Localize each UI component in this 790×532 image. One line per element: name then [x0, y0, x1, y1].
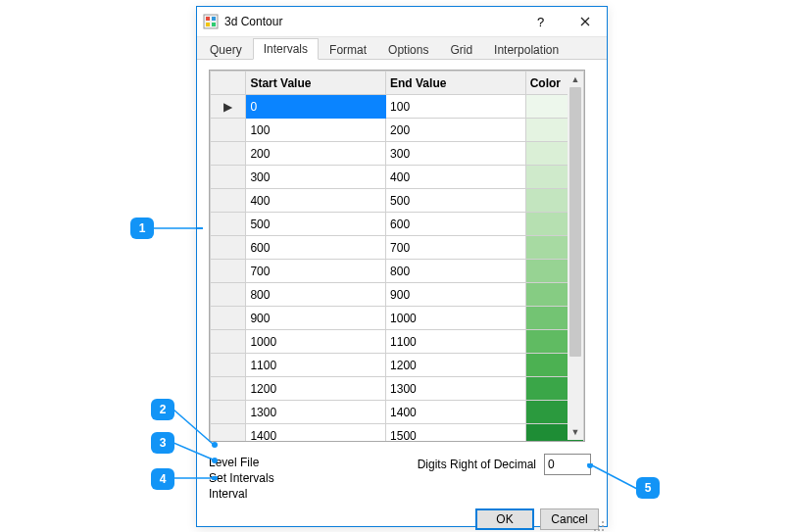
row-header[interactable] — [211, 401, 246, 424]
row-header[interactable] — [211, 189, 246, 213]
table-row[interactable]: 100200 — [211, 119, 584, 142]
svg-rect-2 — [212, 17, 216, 21]
row-header[interactable] — [211, 307, 246, 330]
intervals-grid[interactable]: Start ValueEnd ValueColor▶01001002002003… — [209, 70, 585, 442]
cell-start-value[interactable]: 700 — [246, 260, 386, 283]
row-header[interactable]: ▶ — [211, 95, 246, 119]
app-icon — [203, 14, 219, 29]
resize-grip-icon[interactable] — [593, 520, 605, 532]
cell-end-value[interactable]: 1200 — [386, 354, 526, 377]
interval-link[interactable]: Interval — [209, 487, 595, 501]
table-row[interactable]: ▶0100 — [211, 95, 584, 119]
help-button[interactable]: ? — [518, 7, 563, 36]
cell-end-value[interactable]: 600 — [386, 213, 526, 236]
tab-strip: QueryIntervalsFormatOptionsGridInterpola… — [197, 37, 607, 60]
grid-col-end-value[interactable]: End Value — [386, 72, 526, 95]
cell-start-value[interactable]: 400 — [246, 189, 386, 213]
cell-end-value[interactable]: 500 — [386, 189, 526, 213]
callout-3: 3 — [151, 432, 174, 454]
table-row[interactable]: 600700 — [211, 236, 584, 260]
table-row[interactable]: 500600 — [211, 213, 584, 236]
callout-1: 1 — [130, 218, 154, 239]
table-row[interactable]: 11001200 — [211, 354, 584, 377]
window-title: 3d Contour — [224, 15, 518, 28]
row-header[interactable] — [211, 354, 246, 377]
cell-start-value[interactable]: 200 — [246, 142, 386, 166]
cell-end-value[interactable]: 200 — [386, 119, 526, 142]
tab-options[interactable]: Options — [377, 39, 439, 60]
table-row[interactable]: 9001000 — [211, 307, 584, 330]
cell-start-value[interactable]: 800 — [246, 283, 386, 307]
tab-query[interactable]: Query — [199, 39, 253, 60]
cell-start-value[interactable]: 600 — [246, 236, 386, 260]
row-header[interactable] — [211, 142, 246, 166]
callout-5: 5 — [636, 477, 660, 499]
cell-end-value[interactable]: 1300 — [386, 377, 526, 401]
table-row[interactable]: 14001500 — [211, 424, 584, 442]
cell-start-value[interactable]: 0 — [246, 95, 386, 119]
cell-end-value[interactable]: 900 — [386, 283, 526, 307]
scroll-down-icon[interactable]: ▼ — [568, 424, 583, 440]
cell-end-value[interactable]: 1500 — [386, 424, 526, 442]
table-row[interactable]: 800900 — [211, 283, 584, 307]
row-header[interactable] — [211, 213, 246, 236]
tab-format[interactable]: Format — [319, 39, 377, 60]
cell-start-value[interactable]: 100 — [246, 119, 386, 142]
row-header[interactable] — [211, 119, 246, 142]
table-row[interactable]: 300400 — [211, 166, 584, 189]
table-row[interactable]: 200300 — [211, 142, 584, 166]
svg-rect-4 — [212, 23, 216, 26]
cancel-button[interactable]: Cancel — [540, 508, 599, 530]
scroll-up-icon[interactable]: ▲ — [568, 72, 583, 87]
row-header[interactable] — [211, 377, 246, 401]
table-row[interactable]: 700800 — [211, 260, 584, 283]
grid-corner — [211, 72, 246, 95]
title-bar: 3d Contour ? — [197, 7, 607, 37]
row-header[interactable] — [211, 330, 246, 354]
cell-end-value[interactable]: 1000 — [386, 307, 526, 330]
row-header[interactable] — [211, 260, 246, 283]
scroll-thumb[interactable] — [569, 87, 581, 357]
callout-2: 2 — [151, 399, 174, 420]
grid-col-start-value[interactable]: Start Value — [246, 72, 386, 95]
table-row[interactable]: 10001100 — [211, 330, 584, 354]
cell-start-value[interactable]: 300 — [246, 166, 386, 189]
cell-end-value[interactable]: 800 — [386, 260, 526, 283]
table-row[interactable]: 13001400 — [211, 401, 584, 424]
cell-end-value[interactable]: 1100 — [386, 330, 526, 354]
dialog-window: 3d Contour ? QueryIntervalsFormatOptions… — [196, 6, 608, 527]
svg-point-9 — [602, 525, 604, 527]
tab-content-intervals: Start ValueEnd ValueColor▶01001002002003… — [197, 60, 607, 508]
row-header[interactable] — [211, 166, 246, 189]
cell-start-value[interactable]: 900 — [246, 307, 386, 330]
cell-end-value[interactable]: 700 — [386, 236, 526, 260]
cell-start-value[interactable]: 1100 — [246, 354, 386, 377]
svg-rect-1 — [206, 17, 210, 21]
grid-scrollbar[interactable]: ▲ ▼ — [568, 72, 583, 440]
svg-point-12 — [602, 529, 604, 531]
table-row[interactable]: 12001300 — [211, 377, 584, 401]
cell-end-value[interactable]: 100 — [386, 95, 526, 119]
close-button[interactable] — [563, 7, 607, 36]
cell-end-value[interactable]: 1400 — [386, 401, 526, 424]
tab-interpolation[interactable]: Interpolation — [483, 39, 569, 60]
svg-point-7 — [602, 521, 604, 523]
table-row[interactable]: 400500 — [211, 189, 584, 213]
cell-start-value[interactable]: 1200 — [246, 377, 386, 401]
tab-grid[interactable]: Grid — [439, 39, 483, 60]
svg-rect-3 — [206, 23, 210, 26]
decimal-input[interactable] — [544, 454, 591, 475]
tab-intervals[interactable]: Intervals — [253, 38, 319, 60]
row-header[interactable] — [211, 283, 246, 307]
svg-point-10 — [594, 529, 596, 531]
row-header[interactable] — [211, 424, 246, 442]
cell-start-value[interactable]: 500 — [246, 213, 386, 236]
cell-start-value[interactable]: 1400 — [246, 424, 386, 442]
cell-start-value[interactable]: 1300 — [246, 401, 386, 424]
cell-end-value[interactable]: 300 — [386, 142, 526, 166]
row-header[interactable] — [211, 236, 246, 260]
ok-button[interactable]: OK — [475, 508, 534, 530]
cell-start-value[interactable]: 1000 — [246, 330, 386, 354]
cell-end-value[interactable]: 400 — [386, 166, 526, 189]
svg-point-11 — [598, 529, 600, 531]
